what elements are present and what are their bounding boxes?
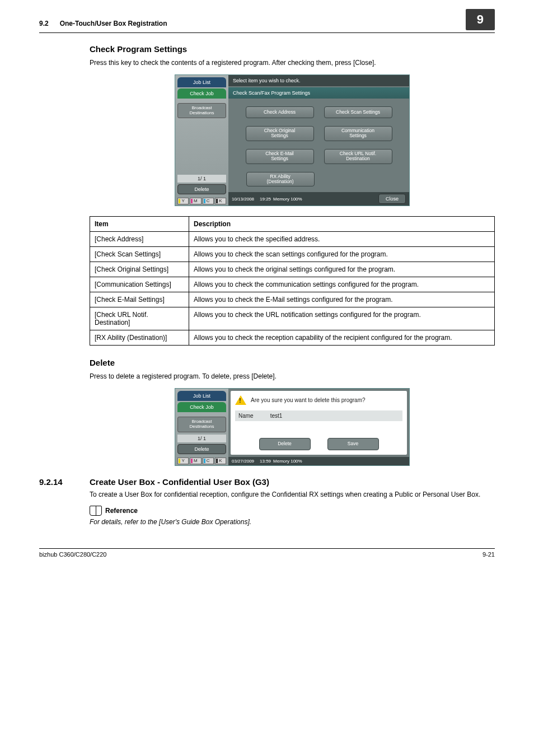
- th-desc: Description: [189, 217, 495, 232]
- delete-screenshot: Job List Check Job Broadcast Destination…: [175, 388, 410, 466]
- delete-heading: Delete: [90, 358, 495, 367]
- check-program-heading: Check Program Settings: [90, 44, 495, 54]
- table-row: [Check Address]Allows you to check the s…: [90, 232, 495, 247]
- name-value: test1: [270, 413, 283, 419]
- check-original-settings-button[interactable]: Check Original Settings: [246, 126, 314, 141]
- check-url-notif-button[interactable]: Check URL Notif. Destination: [324, 149, 392, 164]
- side-page-indicator: 1/ 1: [177, 435, 226, 442]
- table-row: [Check E-Mail Settings]Allows you to che…: [90, 292, 495, 307]
- reference-icon: [90, 506, 102, 516]
- footer-date: 10/13/2008: [232, 197, 254, 202]
- th-item: Item: [90, 217, 189, 232]
- table-row: [Check URL Notif. Destination]Allows you…: [90, 307, 495, 330]
- table-row: [Check Original Settings]Allows you to c…: [90, 262, 495, 277]
- footer-memory-label: Memory: [273, 459, 289, 464]
- check-scan-settings-button[interactable]: Check Scan Settings: [324, 106, 392, 118]
- chapter-number-tab: 9: [466, 9, 495, 30]
- table-row: [Check Scan Settings]Allows you to check…: [90, 247, 495, 262]
- table-row: [RX Ability (Destination)]Allows you to …: [90, 330, 495, 346]
- subsection-body: To create a User Box for confidential re…: [90, 490, 495, 500]
- side-page-indicator: 1/ 1: [177, 175, 226, 183]
- delete-warning-message: Are you sure you want to delete this pro…: [251, 397, 366, 403]
- communication-settings-button[interactable]: Communication Settings: [324, 126, 392, 141]
- subsection-title: Create User Box - Confidential User Box …: [90, 477, 269, 487]
- confirm-delete-button[interactable]: Delete: [259, 438, 311, 450]
- delete-intro: Press to delete a registered program. To…: [90, 372, 495, 381]
- toner-levels: Y M C K: [177, 456, 226, 465]
- save-button[interactable]: Save: [327, 438, 379, 450]
- side-delete-button[interactable]: Delete: [177, 444, 226, 454]
- tab-job-list[interactable]: Job List: [177, 391, 226, 401]
- side-delete-button[interactable]: Delete: [177, 184, 226, 194]
- check-email-settings-button[interactable]: Check E-Mail Settings: [246, 149, 314, 164]
- close-button[interactable]: Close: [378, 194, 406, 204]
- footer-memory-pct: 100%: [291, 459, 302, 464]
- broadcast-destinations-box[interactable]: Broadcast Destinations: [177, 417, 226, 432]
- tab-job-list[interactable]: Job List: [177, 77, 226, 87]
- footer-page: 9-21: [483, 551, 495, 558]
- toner-levels: Y M C K: [177, 197, 226, 206]
- header-section-num: 9.2: [39, 20, 49, 27]
- reference-label: Reference: [105, 507, 138, 515]
- subsection-number: 9.2.14: [39, 477, 90, 487]
- footer-date: 03/27/2009: [232, 459, 254, 464]
- name-label: Name: [238, 413, 254, 419]
- tab-check-job[interactable]: Check Job: [177, 88, 226, 99]
- broadcast-destinations-box[interactable]: Broadcast Destinations: [177, 103, 226, 119]
- check-program-intro: Press this key to check the contents of …: [90, 58, 495, 68]
- rx-ability-button[interactable]: RX Ability (Destination): [246, 172, 315, 187]
- panel-titlebar: Check Scan/Fax Program Settings: [228, 87, 409, 99]
- check-program-screenshot: Job List Check Job Broadcast Destination…: [175, 74, 410, 206]
- footer-memory-label: Memory: [273, 197, 289, 202]
- footer-time: 13:59: [260, 459, 271, 464]
- table-row: [Communication Settings]Allows you to ch…: [90, 277, 495, 292]
- header-section-title: One-Touch/User Box Registration: [60, 20, 466, 27]
- warning-icon: [235, 395, 246, 405]
- panel-top-message: Select item you wish to check.: [228, 75, 409, 86]
- tab-check-job[interactable]: Check Job: [177, 402, 226, 412]
- footer-time: 19:25: [260, 197, 271, 202]
- check-program-table: Item Description [Check Address]Allows y…: [90, 216, 495, 346]
- check-address-button[interactable]: Check Address: [246, 106, 314, 118]
- reference-body: For details, refer to the [User's Guide …: [90, 518, 495, 526]
- footer-model: bizhub C360/C280/C220: [39, 551, 106, 558]
- footer-memory-pct: 100%: [291, 197, 302, 202]
